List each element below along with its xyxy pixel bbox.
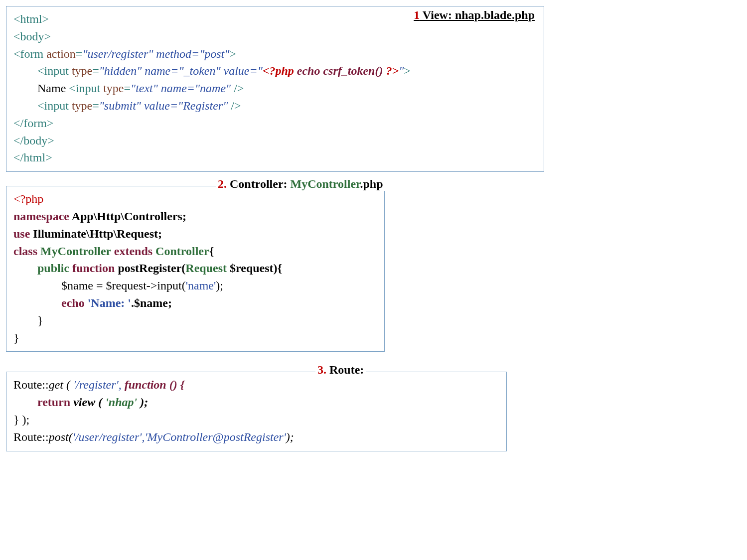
view-heading: 1 View: nhap.blade.php — [412, 8, 537, 22]
heading-number: 1 — [414, 8, 420, 21]
heading-text: View: nhap.blade.php — [420, 8, 535, 21]
code-line: <?php — [13, 190, 377, 208]
code-line: <input type="submit" value="Register" /> — [13, 97, 537, 115]
code-line: return view ( 'nhap' ); — [13, 394, 499, 411]
code-line: echo 'Name: '.$name; — [13, 294, 377, 312]
code-line: namespace App\Http\Controllers; — [13, 208, 377, 225]
heading-number: 3. — [317, 363, 326, 376]
code-line: </body> — [13, 132, 537, 149]
view-panel: 1 View: nhap.blade.php <html> <body> <fo… — [6, 6, 544, 172]
code-line: public function postRegister(Request $re… — [13, 260, 377, 277]
code-line: <input type="hidden" name="_token" value… — [13, 62, 537, 80]
controller-panel: 2. Controller: MyController.php <?php na… — [6, 186, 385, 352]
code-line: } ); — [13, 411, 499, 428]
code-line: </html> — [13, 149, 537, 166]
code-line: <body> — [13, 28, 537, 45]
code-line: class MyController extends Controller{ — [13, 243, 377, 260]
code-line: Name <input type="text" name="name" /> — [13, 80, 537, 97]
code-line: } — [13, 312, 377, 329]
code-line: <form action="user/register" method="pos… — [13, 45, 537, 63]
heading-number: 2. — [218, 177, 227, 190]
code-line: use Illuminate\Http\Request; — [13, 225, 377, 243]
code-line: } — [13, 329, 377, 347]
code-line: </form> — [13, 115, 537, 132]
code-line: Route::post('/user/register','MyControll… — [13, 428, 499, 446]
code-line: $name = $request->input('name'); — [13, 277, 377, 294]
route-panel: 3. Route: Route::get ( '/register', func… — [6, 372, 507, 451]
route-heading: 3. Route: — [315, 363, 366, 377]
controller-heading: 2. Controller: MyController.php — [216, 177, 385, 191]
code-line: Route::get ( '/register', function () { — [13, 376, 499, 394]
